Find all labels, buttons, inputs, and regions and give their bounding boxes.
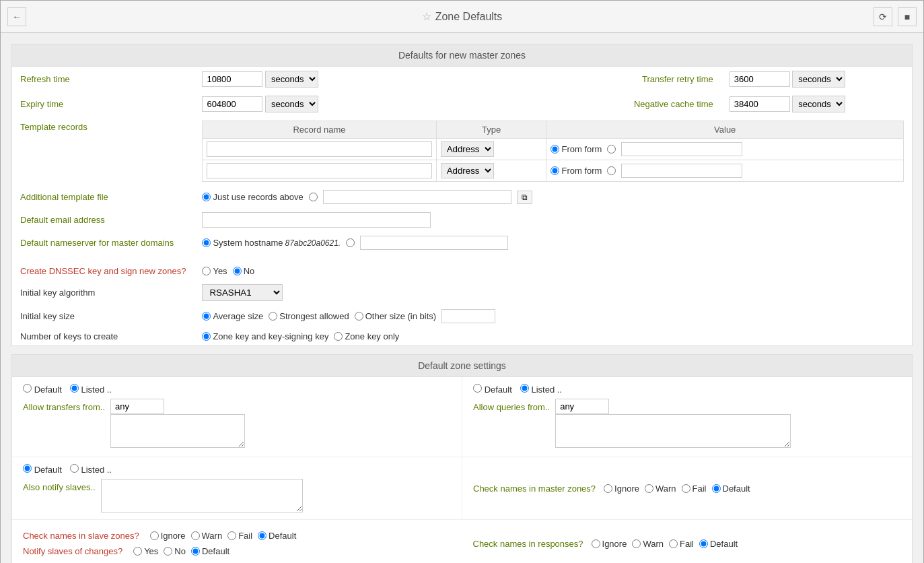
negative-cache-cell: seconds bbox=[721, 92, 912, 117]
resp-warn-radio[interactable]: Warn bbox=[632, 539, 664, 549]
slave-fail-radio[interactable]: Fail bbox=[227, 531, 252, 541]
key-size-label: Initial key size bbox=[12, 305, 194, 327]
col-type: Type bbox=[436, 121, 546, 139]
check-names-resp-col: Check names in responses? Ignore Warn Fa… bbox=[462, 527, 913, 560]
from-form-radio-2[interactable]: From form bbox=[550, 166, 602, 176]
notify-default-radio[interactable]: Default bbox=[23, 464, 62, 475]
titlebar-right: ⟳ ■ bbox=[874, 7, 917, 26]
allow-transfers-col: Default Listed .. Allow transfers from.. bbox=[12, 377, 462, 457]
refresh-time-label: Refresh time bbox=[12, 67, 194, 92]
master-fail-radio[interactable]: Fail bbox=[682, 484, 707, 494]
allow-transfers-textarea[interactable] bbox=[110, 414, 245, 448]
value-text-2[interactable] bbox=[621, 164, 742, 178]
slave-default-radio[interactable]: Default bbox=[258, 531, 296, 541]
allow-queries-textarea[interactable] bbox=[555, 414, 791, 448]
zone-settings-header: Default zone settings bbox=[12, 355, 912, 377]
default-email-row: Default email address bbox=[12, 208, 912, 232]
allow-row: Default Listed .. Allow transfers from.. bbox=[12, 377, 912, 457]
notify-slaves-row: Notify slaves of changes? Yes No Default bbox=[23, 546, 452, 556]
key-size-avg-radio[interactable]: Average size bbox=[202, 311, 263, 321]
key-size-other-radio[interactable]: Other size (in bits) bbox=[355, 311, 436, 321]
refresh-time-unit-select[interactable]: seconds bbox=[265, 71, 318, 88]
notify-yes-radio[interactable]: Yes bbox=[133, 546, 158, 556]
template-records-row: Template records Record name Type Value bbox=[12, 117, 912, 186]
transfers-listed-radio[interactable]: Listed .. bbox=[70, 384, 112, 395]
queries-listed-radio[interactable]: Listed .. bbox=[520, 384, 562, 395]
key-algo-select[interactable]: RSASHA1 bbox=[202, 284, 283, 301]
allow-transfers-content: Allow transfers from.. bbox=[23, 399, 451, 450]
titlebar-left: ← bbox=[7, 7, 26, 26]
num-keys-cell: Zone key and key-signing key Zone key on… bbox=[194, 327, 912, 345]
expiry-time-unit-select[interactable]: seconds bbox=[265, 96, 318, 112]
master-ignore-radio[interactable]: Ignore bbox=[604, 484, 639, 494]
record-name-input-1[interactable] bbox=[207, 141, 431, 157]
resp-ignore-radio[interactable]: Ignore bbox=[592, 539, 627, 549]
dnssec-yes-radio[interactable]: Yes bbox=[202, 266, 227, 276]
additional-template-row: Additional template file Just use record… bbox=[12, 186, 912, 208]
slave-warn-radio[interactable]: Warn bbox=[191, 531, 223, 541]
allow-queries-col: Default Listed .. Allow queries from.. bbox=[462, 377, 912, 457]
custom-ns-input[interactable] bbox=[360, 236, 508, 250]
close-button[interactable]: ■ bbox=[898, 7, 917, 26]
allow-queries-inputs bbox=[555, 399, 791, 450]
transfers-default-radio[interactable]: Default bbox=[23, 384, 62, 395]
allow-transfers-input[interactable] bbox=[110, 399, 164, 414]
template-inner-table: Record name Type Value bbox=[202, 121, 904, 182]
master-warn-radio[interactable]: Warn bbox=[645, 484, 676, 494]
check-names-slave-label: Check names in slave zones? bbox=[23, 531, 139, 541]
type-select-1[interactable]: Address bbox=[441, 141, 494, 157]
allow-queries-content: Allow queries from.. bbox=[473, 399, 901, 450]
from-form-radio-1[interactable]: From form bbox=[550, 144, 602, 154]
notify-no-radio[interactable]: No bbox=[164, 546, 186, 556]
key-size-bits-input[interactable] bbox=[441, 309, 495, 323]
expiry-time-input[interactable] bbox=[202, 96, 262, 112]
default-ns-cell: System hostname 87abc20a0621. bbox=[194, 232, 912, 254]
also-notify-textarea[interactable] bbox=[101, 479, 303, 512]
refresh-time-input[interactable] bbox=[202, 71, 262, 87]
allow-transfers-inputs bbox=[110, 399, 245, 450]
system-hostname-radio[interactable]: System hostname 87abc20a0621. bbox=[202, 238, 341, 248]
title-text: Zone Defaults bbox=[435, 11, 503, 23]
back-button[interactable]: ← bbox=[7, 7, 26, 26]
allow-queries-label: Allow queries from.. bbox=[473, 399, 550, 416]
dnssec-cell: Yes No bbox=[194, 262, 912, 280]
transfer-retry-label: Transfer retry time bbox=[587, 67, 721, 92]
value-radio-group-2: From form bbox=[550, 164, 899, 178]
key-size-strongest-radio[interactable]: Strongest allowed bbox=[269, 311, 349, 321]
hostname-value: 87abc20a0621. bbox=[285, 238, 341, 248]
just-use-radio[interactable]: Just use records above bbox=[202, 192, 303, 202]
value-radio-group-1: From form bbox=[550, 142, 899, 156]
notify-listed-radio[interactable]: Listed .. bbox=[70, 464, 112, 475]
star-icon[interactable]: ☆ bbox=[422, 10, 431, 23]
additional-template-cell: Just use records above ⧉ bbox=[194, 186, 912, 208]
expiry-time-cell: seconds bbox=[194, 92, 384, 117]
resp-default-radio[interactable]: Default bbox=[699, 539, 738, 549]
zone-key-signing-radio[interactable]: Zone key and key-signing key bbox=[202, 331, 328, 341]
negative-cache-unit-select[interactable]: seconds bbox=[792, 96, 845, 112]
value-text-1[interactable] bbox=[621, 142, 742, 156]
additional-template-label: Additional template file bbox=[12, 186, 194, 208]
template-file-input[interactable] bbox=[323, 190, 511, 204]
notify-default-radio2[interactable]: Default bbox=[191, 546, 229, 556]
master-default-radio[interactable]: Default bbox=[712, 484, 750, 494]
key-algo-row: Initial key algorithm RSASHA1 bbox=[12, 280, 912, 305]
check-names-slave-row: Check names in slave zones? Ignore Warn … bbox=[23, 531, 452, 541]
dnssec-no-radio[interactable]: No bbox=[233, 266, 255, 276]
allow-queries-input[interactable] bbox=[555, 399, 609, 414]
spacer-cell2 bbox=[385, 92, 587, 117]
notify-slaves-label: Notify slaves of changes? bbox=[23, 546, 122, 556]
refresh-button[interactable]: ⟳ bbox=[874, 7, 892, 26]
zone-key-only-radio[interactable]: Zone key only bbox=[334, 331, 399, 341]
email-input[interactable] bbox=[202, 212, 431, 228]
allow-transfers-label: Allow transfers from.. bbox=[23, 399, 105, 416]
resp-fail-radio[interactable]: Fail bbox=[669, 539, 694, 549]
type-select-2[interactable]: Address bbox=[441, 163, 494, 178]
copy-file-button[interactable]: ⧉ bbox=[517, 191, 532, 204]
queries-default-radio[interactable]: Default bbox=[473, 384, 512, 395]
transfer-retry-input[interactable] bbox=[730, 71, 790, 87]
transfers-radio-row: Default Listed .. bbox=[23, 384, 451, 395]
negative-cache-input[interactable] bbox=[730, 96, 790, 112]
slave-ignore-radio[interactable]: Ignore bbox=[150, 531, 186, 541]
transfer-retry-unit-select[interactable]: seconds bbox=[792, 71, 845, 88]
record-name-input-2[interactable] bbox=[207, 163, 431, 178]
